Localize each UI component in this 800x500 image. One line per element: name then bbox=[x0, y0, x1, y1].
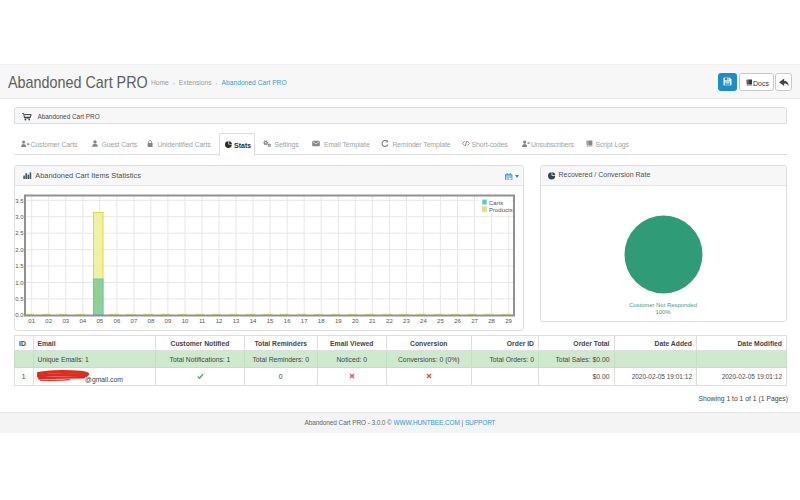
svg-text:2.0: 2.0 bbox=[15, 246, 24, 252]
svg-text:17: 17 bbox=[301, 318, 308, 324]
svg-text:16: 16 bbox=[284, 318, 291, 324]
svg-text:23: 23 bbox=[403, 318, 410, 324]
svg-text:12: 12 bbox=[216, 318, 223, 324]
svg-text:04: 04 bbox=[79, 318, 86, 324]
svg-text:10: 10 bbox=[182, 318, 189, 324]
svg-text:27: 27 bbox=[471, 318, 478, 324]
svg-text:03: 03 bbox=[62, 318, 69, 324]
svg-text:3.5: 3.5 bbox=[15, 197, 24, 203]
svg-text:11: 11 bbox=[199, 318, 206, 324]
svg-text:22: 22 bbox=[386, 318, 393, 324]
svg-text:06: 06 bbox=[114, 318, 121, 324]
svg-text:3.0: 3.0 bbox=[15, 213, 24, 219]
svg-text:Carts: Carts bbox=[489, 199, 503, 205]
svg-text:08: 08 bbox=[148, 318, 155, 324]
svg-text:25: 25 bbox=[437, 318, 444, 324]
svg-text:20: 20 bbox=[352, 318, 359, 324]
svg-text:19: 19 bbox=[335, 318, 342, 324]
svg-text:Products: Products bbox=[489, 206, 513, 212]
svg-text:24: 24 bbox=[420, 318, 427, 324]
svg-text:18: 18 bbox=[318, 318, 325, 324]
svg-text:21: 21 bbox=[369, 318, 376, 324]
svg-text:0.5: 0.5 bbox=[15, 296, 24, 302]
svg-text:2.5: 2.5 bbox=[15, 230, 24, 236]
svg-text:07: 07 bbox=[131, 318, 138, 324]
svg-text:02: 02 bbox=[45, 318, 52, 324]
svg-text:15: 15 bbox=[267, 318, 274, 324]
svg-text:01: 01 bbox=[28, 318, 35, 324]
svg-text:05: 05 bbox=[96, 318, 103, 324]
svg-text:1.0: 1.0 bbox=[15, 279, 24, 285]
svg-text:1.5: 1.5 bbox=[15, 263, 24, 269]
svg-text:14: 14 bbox=[250, 318, 257, 324]
svg-text:29: 29 bbox=[505, 318, 512, 324]
svg-text:13: 13 bbox=[233, 318, 240, 324]
svg-text:09: 09 bbox=[165, 318, 172, 324]
svg-text:0.0: 0.0 bbox=[15, 311, 24, 317]
svg-text:28: 28 bbox=[488, 318, 495, 324]
svg-text:26: 26 bbox=[454, 318, 461, 324]
